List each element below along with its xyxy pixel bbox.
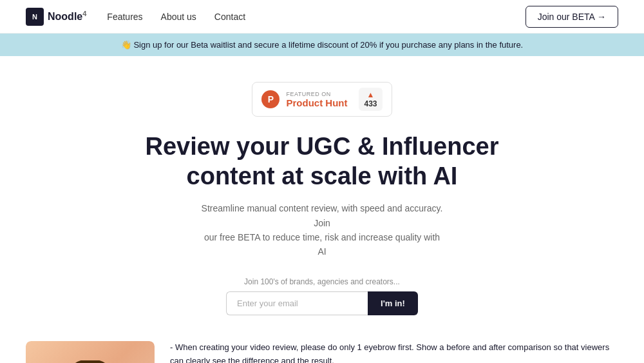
hero-subtitle-line2: our free BETA to reduce time, risk and i…	[204, 232, 440, 257]
email-form: I'm in!	[226, 291, 418, 315]
ph-count: 433	[364, 99, 377, 108]
nav-link-contact[interactable]: Contact	[214, 12, 245, 22]
nav-links: Features About us Contact	[107, 12, 245, 22]
email-section: Join 100's of brands, agencies and creat…	[226, 277, 418, 315]
announcement-banner: 👋 Sign up for our Beta waitlist and secu…	[0, 34, 644, 56]
logo-sup: 4	[82, 10, 86, 17]
review-text-1: - When creating your video review, pleas…	[170, 341, 618, 363]
logo[interactable]: N Noodle4	[26, 8, 86, 26]
logo-icon-letter: N	[32, 13, 37, 21]
banner-text: Sign up for our Beta waitlist and secure…	[133, 40, 523, 50]
logo-name: Noodle	[48, 12, 82, 23]
beta-button[interactable]: Join our BETA →	[526, 6, 618, 28]
video-panel[interactable]: 05:34	[26, 341, 155, 363]
navbar: N Noodle4 Features About us Contact Join…	[0, 0, 644, 34]
person-silhouette	[48, 360, 132, 363]
submit-button[interactable]: I'm in!	[368, 291, 418, 315]
logo-icon: N	[26, 8, 44, 26]
hero-subtitle: Streamline manual content review, with s…	[200, 201, 444, 259]
banner-emoji: 👋	[121, 40, 131, 50]
nav-link-about[interactable]: About us	[161, 12, 196, 22]
hero-title: Review your UGC & Influencer content at …	[145, 132, 498, 191]
product-hunt-badge[interactable]: P FEATURED ON Product Hunt ▲ 433	[252, 82, 392, 117]
nav-link-features[interactable]: Features	[107, 12, 142, 22]
logo-text: Noodle4	[48, 10, 86, 23]
video-thumbnail: 05:34	[26, 341, 155, 363]
hero-title-line2: content at scale with AI	[187, 162, 458, 190]
svg-point-1	[72, 360, 108, 363]
ph-arrow-icon: ▲	[367, 90, 375, 99]
hero-title-line1: Review your UGC & Influencer	[145, 133, 498, 160]
content-section: 05:34 - When creating your video review,…	[0, 328, 644, 363]
ph-name: Product Hunt	[286, 97, 347, 108]
hero-subtitle-line1: Streamline manual content review, with s…	[202, 203, 443, 228]
ph-upvotes: ▲ 433	[359, 88, 382, 111]
hero-section: P FEATURED ON Product Hunt ▲ 433 Review …	[0, 56, 644, 328]
product-hunt-text-group: FEATURED ON Product Hunt	[286, 91, 347, 108]
email-input[interactable]	[226, 291, 368, 315]
ph-featured-label: FEATURED ON	[286, 91, 330, 97]
navbar-left: N Noodle4 Features About us Contact	[26, 8, 245, 26]
email-label: Join 100's of brands, agencies and creat…	[226, 277, 418, 286]
product-hunt-icon: P	[261, 90, 279, 108]
review-panel: - When creating your video review, pleas…	[155, 341, 618, 363]
